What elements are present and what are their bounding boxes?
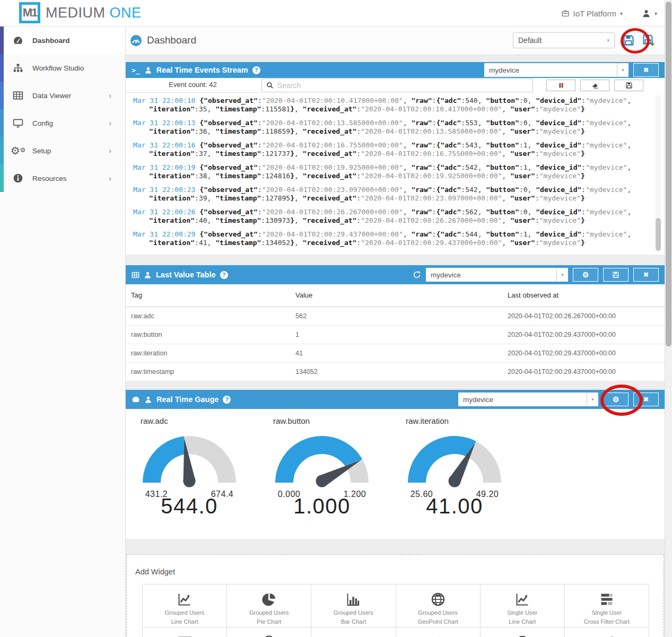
gauge-arc: [136, 426, 242, 489]
gauge-raw.button: raw.button0.0001.2001.000: [269, 416, 375, 525]
platform-label: IoT Platform: [573, 9, 616, 18]
save-as-new-dashboard-icon[interactable]: [642, 34, 655, 47]
close-widget-button[interactable]: ✖: [633, 392, 659, 406]
device-select[interactable]: mydevice ▾: [458, 392, 598, 406]
events-scrollbar-thumb[interactable]: [656, 218, 661, 251]
events-scrollbar[interactable]: [656, 95, 661, 252]
sidebar-accent-strip: [0, 137, 4, 164]
column-header: Tag: [126, 284, 290, 307]
device-select-value: mydevice: [458, 396, 587, 404]
sidebar-item-setup[interactable]: ⚙⚙Setup›: [0, 137, 125, 164]
add-widget-partial-cell[interactable]: [311, 627, 396, 637]
sidebar-item-workflow-studio[interactable]: Workflow Studio: [0, 54, 125, 82]
event-log-entry: Mar 31 22:00:19 {"observed_at":"2020-04-…: [133, 163, 649, 180]
add-widget-line1: Grouped Users: [418, 609, 458, 616]
sidebar-item-config[interactable]: Config›: [0, 109, 125, 137]
add-widget-partial-cell[interactable]: [565, 627, 649, 637]
search-input[interactable]: [277, 81, 528, 90]
table-cell: raw:adc: [126, 307, 290, 325]
add-widget-line-chart[interactable]: Grouped UsersLine Chart: [143, 584, 227, 627]
chevron-down-icon: ▾: [617, 63, 629, 77]
device-select-value: mydevice: [426, 271, 556, 279]
chevron-right-icon: ›: [109, 174, 111, 182]
sidebar-item-dashboard[interactable]: Dashboard: [0, 27, 125, 54]
add-widget-bar-chart[interactable]: Grouped UsersBar Chart: [311, 584, 396, 627]
chevron-down-icon: ▾: [620, 11, 623, 16]
line-chart-icon: [177, 590, 192, 608]
add-widget-line1: Single User: [507, 609, 537, 616]
add-widget-partial-cell[interactable]: [227, 627, 311, 637]
pause-stream-button[interactable]: [546, 80, 575, 91]
chevron-down-icon: ▾: [654, 11, 657, 16]
device-select[interactable]: mydevice ▾: [484, 63, 629, 77]
page-header: Dashboard Default ▾: [126, 27, 665, 55]
line-chart-icon: [515, 590, 530, 608]
gears-icon: ⚙⚙: [11, 145, 25, 156]
sidebar: DashboardWorkflow StudioData Viewer›Conf…: [0, 27, 126, 637]
sidebar-item-data-viewer[interactable]: Data Viewer›: [0, 82, 125, 109]
event-log-entry: Mar 31 22:00:16 {"observed_at":"2020-04-…: [133, 141, 649, 158]
event-log-entry: Mar 31 22:00:13 {"observed_at":"2020-04-…: [133, 119, 649, 136]
last-value-table-widget: Last Value Table ? mydevice ▾ ⚙ ✖ TagVal…: [126, 265, 665, 381]
table-icon: [132, 271, 139, 279]
globe-icon: [431, 590, 446, 608]
eraser-icon: [591, 82, 599, 89]
sidebar-accent-strip: [0, 27, 4, 54]
page-scrollbar[interactable]: [665, 0, 672, 637]
add-widget-grid: Grouped UsersLine ChartGrouped UsersPie …: [142, 584, 649, 637]
sidebar-accent-strip: [0, 54, 4, 82]
add-widget-cross-filter-chart[interactable]: Single UserCross Filter Chart: [565, 584, 649, 627]
save-dashboard-icon[interactable]: [622, 34, 635, 47]
chevron-down-icon: ▾: [556, 268, 568, 282]
clear-stream-button[interactable]: [580, 80, 609, 91]
close-widget-button[interactable]: ✖: [633, 268, 659, 282]
dashboard-select[interactable]: Default ▾: [513, 32, 615, 48]
table-cell: 2020-04-01T02:00:29.437000+00:00: [502, 362, 665, 381]
pie-chart-icon: [261, 590, 276, 608]
brand-medium: MEDIUM: [46, 5, 106, 21]
search-icon: [266, 82, 274, 89]
gauge-icon: [132, 395, 140, 404]
help-icon[interactable]: ?: [252, 66, 260, 74]
user-menu[interactable]: ▾: [642, 9, 657, 18]
event-log-entry: Mar 31 22:00:10 {"observed_at":"2020-04-…: [133, 97, 649, 114]
add-widget-geopoint-chart[interactable]: Grouped UsersGeoPoint Chart: [396, 584, 481, 627]
gauge-value: 41.00: [402, 494, 508, 518]
add-widget-line2: GeoPoint Chart: [418, 618, 458, 625]
add-widget-partial-cell[interactable]: [481, 627, 565, 637]
table-icon: [11, 90, 25, 101]
gauge-title: raw.button: [273, 416, 375, 425]
chevron-down-icon: ▾: [587, 392, 598, 406]
table-cell: raw:button: [126, 325, 290, 344]
add-widget-line-chart[interactable]: Single UserLine Chart: [481, 584, 565, 627]
widget-settings-button[interactable]: ⚙: [603, 392, 629, 406]
add-widget-pie-chart[interactable]: Grouped UsersPie Chart: [227, 584, 311, 627]
save-stream-button[interactable]: [614, 80, 643, 91]
cross-filter-icon: [599, 590, 614, 608]
user-icon: [642, 9, 651, 18]
help-icon[interactable]: ?: [220, 271, 228, 279]
page-title: Dashboard: [147, 34, 196, 46]
brand-logo[interactable]: M1 MEDIUM ONE: [19, 2, 142, 23]
sidebar-accent-strip: [0, 164, 4, 192]
add-widget-partial-cell[interactable]: [396, 627, 481, 637]
widget-save-button[interactable]: [603, 268, 629, 282]
dashboard-select-value: Default: [518, 36, 542, 45]
device-select[interactable]: mydevice ▾: [426, 268, 568, 282]
close-widget-button[interactable]: ✖: [633, 63, 659, 77]
event-log-entry: Mar 31 22:00:26 {"observed_at":"2020-04-…: [133, 208, 649, 225]
widget-settings-button[interactable]: ⚙: [573, 268, 598, 282]
refresh-icon[interactable]: [413, 270, 421, 279]
add-widget-line2: Pie Chart: [257, 618, 281, 625]
event-log-entry: Mar 31 22:00:29 {"observed_at":"2020-04-…: [133, 230, 649, 247]
widget-title: Real Time Gauge: [156, 395, 219, 404]
help-icon[interactable]: ?: [223, 396, 231, 404]
table-cell: 1: [290, 325, 502, 344]
platform-menu[interactable]: IoT Platform ▾: [561, 9, 623, 18]
table-row: raw:button12020-04-01T02:00:29.437000+00…: [126, 325, 665, 344]
page-scrollbar-thumb[interactable]: [666, 2, 671, 346]
sidebar-item-resources[interactable]: Resources›: [0, 164, 125, 192]
gear-icon: ⚙: [613, 396, 619, 404]
add-widget-partial-cell[interactable]: [143, 627, 227, 637]
add-widget-line2: Line Chart: [171, 618, 198, 625]
